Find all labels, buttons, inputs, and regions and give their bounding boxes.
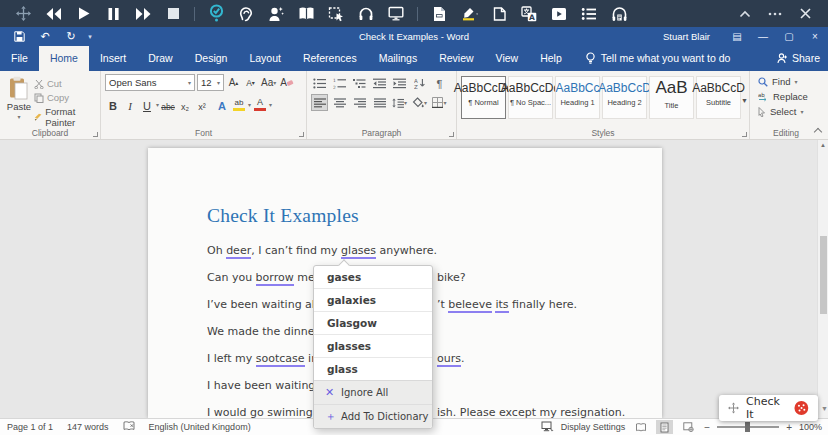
replace-button[interactable]: ab Replace xyxy=(758,89,819,104)
misspelled-word[interactable]: beleeve xyxy=(448,298,492,313)
tab-home[interactable]: Home xyxy=(39,46,89,71)
tab-review[interactable]: Review xyxy=(428,46,484,71)
tab-view[interactable]: View xyxy=(485,46,530,71)
sort-button[interactable]: AZ xyxy=(411,75,428,92)
document-line[interactable]: Oh deer, I can’t find my glases anywhere… xyxy=(207,244,652,260)
translate-icon[interactable]: A xyxy=(514,0,544,27)
align-center-button[interactable] xyxy=(331,94,348,111)
page-scan-icon[interactable] xyxy=(484,0,514,27)
line-spacing-button[interactable]: ▾ xyxy=(391,94,408,111)
font-color-button[interactable]: A xyxy=(252,95,268,113)
web-layout-button[interactable] xyxy=(680,420,697,434)
style-card-title[interactable]: AaBTitle xyxy=(649,76,694,119)
tab-layout[interactable]: Layout xyxy=(238,46,292,71)
play-button[interactable] xyxy=(68,0,98,27)
justify-button[interactable] xyxy=(371,94,388,111)
shading-button[interactable]: ▾ xyxy=(411,94,428,111)
highlight-caret[interactable]: ▾ xyxy=(248,101,251,108)
close-window-button[interactable]: × xyxy=(802,27,828,46)
paste-button[interactable]: Paste ▾ xyxy=(4,74,34,126)
suggestion-glasses[interactable]: glasses xyxy=(314,334,432,357)
suggestion-glasgow[interactable]: Glasgow xyxy=(314,311,432,334)
style-card-heading-1[interactable]: AaBbCcHeading 1 xyxy=(555,76,600,119)
zoom-level[interactable]: 100% xyxy=(799,422,822,432)
tab-insert[interactable]: Insert xyxy=(89,46,137,71)
minimize-button[interactable]: — xyxy=(750,27,776,46)
underline-button[interactable]: U xyxy=(139,95,155,113)
qat-customize-caret[interactable]: ▾ xyxy=(84,27,96,46)
format-painter-button[interactable]: Format Painter xyxy=(34,106,97,128)
ignore-all-button[interactable]: ✕Ignore All xyxy=(314,381,432,404)
display-settings-label[interactable]: Display Settings xyxy=(561,422,626,432)
clipboard-dialog-launcher[interactable] xyxy=(93,132,98,137)
misspelled-word[interactable]: deer xyxy=(226,244,251,259)
signed-in-user[interactable]: Stuart Blair xyxy=(663,31,710,42)
select-button[interactable]: Select ▾ xyxy=(758,104,819,119)
vocabulary-list-icon[interactable] xyxy=(574,0,604,27)
subscript-button[interactable]: x₂ xyxy=(177,95,193,113)
misspelled-word[interactable]: sootcase xyxy=(256,352,305,367)
highlight-color-button[interactable]: ab xyxy=(231,95,247,113)
zoom-in-button[interactable]: + xyxy=(786,422,792,433)
audio-document-icon[interactable] xyxy=(604,0,634,27)
stop-button[interactable] xyxy=(158,0,188,27)
check-it-icon[interactable] xyxy=(201,0,231,27)
zoom-slider[interactable] xyxy=(717,426,779,428)
font-color-caret[interactable]: ▾ xyxy=(269,101,272,108)
tab-design[interactable]: Design xyxy=(184,46,239,71)
scroll-up-arrow[interactable]: ▲ xyxy=(818,142,828,148)
change-case-button[interactable]: Aa▾ xyxy=(260,74,277,91)
multilevel-list-button[interactable] xyxy=(351,75,368,92)
strikethrough-button[interactable]: abc xyxy=(160,95,176,113)
suggestion-gases[interactable]: gases xyxy=(314,266,432,288)
superscript-button[interactable]: x² xyxy=(194,95,210,113)
show-paragraph-marks-button[interactable]: ¶ xyxy=(431,75,448,92)
zoom-slider-thumb[interactable] xyxy=(745,422,750,432)
ear-icon[interactable] xyxy=(231,0,261,27)
font-dialog-launcher[interactable] xyxy=(299,132,304,137)
move-handle-icon[interactable] xyxy=(728,402,739,414)
tab-references[interactable]: References xyxy=(292,46,368,71)
bullets-button[interactable] xyxy=(311,75,328,92)
share-button[interactable]: Share xyxy=(777,46,820,71)
grow-font-button[interactable]: A▴ xyxy=(226,74,241,91)
style-card-subtitle[interactable]: AaBbCcDSubtitle xyxy=(696,76,741,119)
check-it-button[interactable]: Check It xyxy=(719,395,818,421)
tab-draw[interactable]: Draw xyxy=(137,46,184,71)
bold-button[interactable]: B xyxy=(105,95,121,113)
close-icon[interactable] xyxy=(790,0,820,27)
language-indicator[interactable]: English (United Kingdom) xyxy=(149,422,251,432)
suggestion-glass[interactable]: glass xyxy=(314,357,432,380)
more-ellipsis-icon[interactable] xyxy=(760,0,790,27)
tab-file[interactable]: File xyxy=(0,46,39,71)
more-styles-button[interactable]: ▼ xyxy=(741,74,748,126)
proofing-errors-icon[interactable] xyxy=(123,421,135,433)
ribbon-display-options-icon[interactable]: ▤ xyxy=(724,27,750,46)
copy-button[interactable]: Copy xyxy=(34,92,97,103)
display-settings-icon[interactable] xyxy=(541,421,554,434)
style-card--normal[interactable]: AaBbCcDd¶ Normal xyxy=(461,76,506,119)
pause-button[interactable] xyxy=(98,0,128,27)
styles-dialog-launcher[interactable] xyxy=(742,132,747,137)
headphones-icon[interactable] xyxy=(351,0,381,27)
tab-mailings[interactable]: Mailings xyxy=(368,46,429,71)
save-button[interactable] xyxy=(6,27,32,46)
tab-help[interactable]: Help xyxy=(529,46,573,71)
print-layout-button[interactable] xyxy=(656,420,673,434)
undo-button[interactable]: ↶ xyxy=(32,27,58,46)
check-it-collapse-caret[interactable]: ▼ xyxy=(821,405,828,412)
vertical-scrollbar[interactable]: ▲ xyxy=(817,140,828,418)
shrink-font-button[interactable]: A▾ xyxy=(243,74,258,91)
align-left-button[interactable] xyxy=(311,94,328,111)
font-family-select[interactable]: Open Sans ▾ xyxy=(105,74,195,91)
screenshot-selection-icon[interactable] xyxy=(321,0,351,27)
font-size-select[interactable]: 12 ▾ xyxy=(197,74,224,91)
style-card-heading-2[interactable]: AaBbCcDHeading 2 xyxy=(602,76,647,119)
dictionary-book-icon[interactable] xyxy=(291,0,321,27)
increase-indent-button[interactable] xyxy=(391,75,408,92)
move-icon[interactable] xyxy=(8,0,38,27)
zoom-out-button[interactable]: − xyxy=(704,422,710,433)
misspelled-word[interactable]: its xyxy=(495,298,508,313)
restore-button[interactable]: ▢ xyxy=(776,27,802,46)
fast-forward-button[interactable] xyxy=(128,0,158,27)
